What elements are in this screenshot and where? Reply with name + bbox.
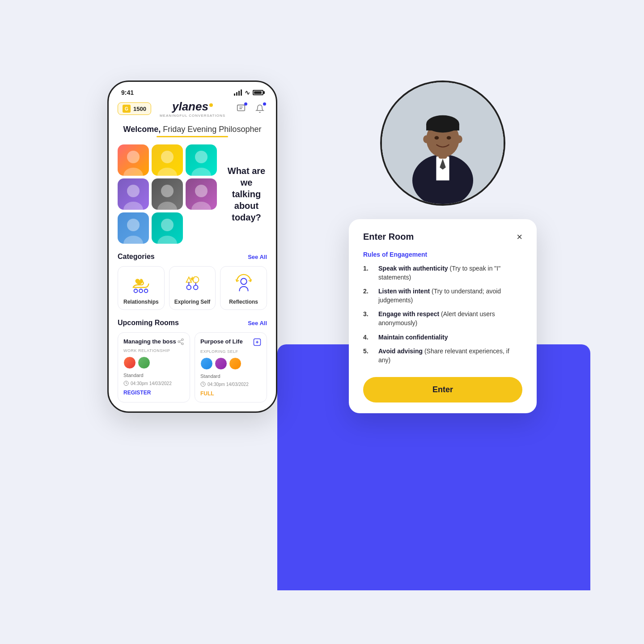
room-2-category: EXPLORING SELF: [200, 349, 261, 354]
header-icons: [234, 102, 267, 116]
svg-point-17: [161, 219, 174, 231]
room-1-avatar-2: [138, 356, 150, 369]
logo-text: ylanes: [172, 100, 208, 113]
modal-close-button[interactable]: ×: [517, 232, 522, 242]
svg-point-21: [144, 289, 148, 293]
add-icon-2[interactable]: [253, 338, 261, 347]
svg-point-8: [191, 168, 211, 176]
share-icon-1[interactable]: [177, 338, 184, 347]
svg-point-31: [178, 341, 180, 343]
room-1-avatars: [123, 356, 184, 369]
svg-rect-47: [426, 124, 459, 131]
room-1-type: Standard: [123, 373, 184, 378]
svg-point-10: [123, 202, 143, 210]
avatar-1: [118, 144, 149, 176]
rule-1-bold: Speak with authenticity: [378, 265, 448, 272]
battery-icon: [253, 90, 263, 95]
rooms-section-header: Upcoming Rooms See All: [118, 319, 267, 327]
right-panel: Enter Room × Rules of Engagement Speak w…: [322, 80, 537, 413]
room-card-2[interactable]: Purpose of Life EXPLORING SELF: [195, 332, 267, 402]
coins-amount: 1500: [133, 106, 146, 112]
coins-icon: G: [123, 105, 131, 113]
notification-button[interactable]: [253, 102, 267, 116]
svg-rect-0: [237, 105, 245, 111]
avatar-7: [118, 212, 149, 244]
status-bar: 9:41 ∿: [109, 82, 276, 100]
rule-5-bold: Avoid advising: [378, 347, 423, 355]
category-exploring-self-label: Exploring Self: [174, 299, 211, 305]
room-2-type: Standard: [200, 373, 261, 379]
chat-button[interactable]: [234, 102, 248, 116]
avatar-8: [152, 212, 183, 244]
avatar-grid-section: What are we talking about today?: [118, 144, 267, 244]
profile-photo-container: [380, 80, 505, 206]
rules-list: Speak with authenticity (Try to speak in…: [363, 264, 522, 364]
svg-line-33: [180, 342, 182, 343]
category-exploring-self[interactable]: Exploring Self: [169, 266, 216, 310]
modal-title: Enter Room: [363, 232, 414, 242]
enter-button[interactable]: Enter: [363, 377, 522, 402]
avatar-2: [152, 144, 183, 176]
svg-point-16: [123, 236, 143, 244]
status-icons: ∿: [234, 89, 263, 96]
avatar-5: [152, 178, 183, 210]
room-card-1[interactable]: Managing the boss: [118, 332, 190, 402]
svg-point-50: [423, 135, 429, 143]
wifi-icon: ∿: [245, 89, 250, 96]
rule-3: Engage with respect (Alert deviant users…: [363, 310, 522, 327]
welcome-underline: [157, 136, 228, 137]
categories-title: Categories: [118, 253, 155, 261]
relationships-icon: [130, 273, 152, 295]
room-1-avatar-1: [123, 356, 136, 369]
svg-point-29: [241, 279, 246, 284]
room-1-title: Managing the boss: [123, 338, 176, 345]
svg-point-13: [195, 185, 208, 197]
modal-header: Enter Room ×: [363, 232, 522, 242]
rooms-title: Upcoming Rooms: [118, 319, 179, 327]
category-relationships[interactable]: Relationships: [118, 266, 165, 310]
svg-point-30: [182, 339, 183, 340]
phone-mockup: 9:41 ∿ G 1500: [107, 80, 295, 413]
welcome-section: Welcome, Friday Evening Philosopher: [118, 125, 267, 137]
logo-dot: [209, 103, 213, 107]
svg-point-11: [161, 185, 174, 197]
rule-4-bold: Maintain confidentiality: [378, 334, 448, 341]
svg-point-6: [157, 168, 177, 176]
rules-of-engagement-title: Rules of Engagement: [363, 251, 522, 258]
rooms-see-all[interactable]: See All: [248, 320, 267, 326]
avatar-3: [186, 144, 217, 176]
category-relationships-label: Relationships: [123, 299, 159, 305]
svg-point-48: [435, 136, 439, 140]
rule-3-bold: Engage with respect: [378, 310, 439, 318]
rule-4: Maintain confidentiality: [363, 333, 522, 342]
svg-point-9: [127, 185, 140, 197]
room-2-avatar-2: [215, 357, 227, 370]
svg-point-4: [123, 168, 143, 176]
coins-badge[interactable]: G 1500: [118, 102, 151, 115]
svg-point-18: [157, 236, 177, 244]
room-2-header: Purpose of Life: [200, 338, 261, 347]
svg-point-7: [195, 151, 208, 163]
notification-dot: [263, 102, 266, 106]
svg-marker-24: [186, 277, 192, 283]
svg-point-25: [193, 277, 199, 283]
logo-subtitle: MEANINGFUL CONVERSATIONS: [160, 114, 225, 118]
category-reflections-label: Reflections: [229, 299, 258, 305]
app-header: G 1500 ylanes MEANINGFUL CONVERSATIONS: [118, 100, 267, 118]
svg-point-15: [127, 219, 140, 231]
svg-point-12: [157, 202, 177, 210]
enter-room-modal: Enter Room × Rules of Engagement Speak w…: [349, 219, 537, 413]
room-2-avatars: [200, 357, 261, 370]
room-1-action[interactable]: REGISTER: [123, 390, 184, 396]
room-2-avatar-1: [200, 357, 213, 370]
chat-notification-dot: [244, 102, 247, 106]
category-reflections[interactable]: Reflections: [220, 266, 267, 310]
svg-point-3: [127, 151, 140, 163]
svg-point-20: [139, 289, 143, 293]
categories-section-header: Categories See All: [118, 253, 267, 261]
categories-see-all[interactable]: See All: [248, 254, 267, 260]
room-2-time: 04:30pm 14/03/2022: [200, 381, 261, 387]
profile-photo-bg: [382, 82, 504, 204]
room-1-category: WORK RELATIONSHIP: [123, 348, 184, 353]
rooms-grid: Managing the boss: [118, 332, 267, 402]
